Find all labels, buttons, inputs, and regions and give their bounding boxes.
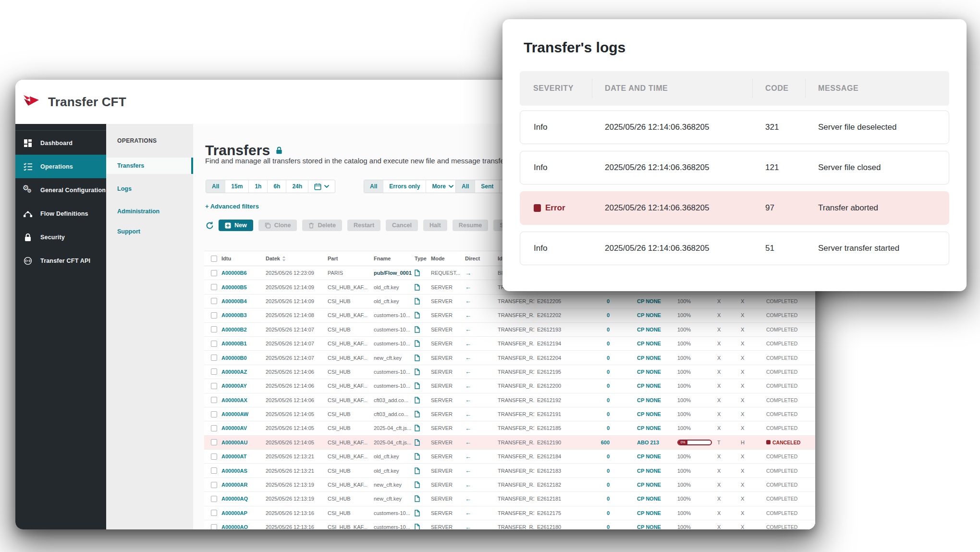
- sidebar-item-flow-definitions[interactable]: Flow Definitions: [15, 202, 106, 225]
- column-header-type[interactable]: Type: [412, 256, 428, 261]
- row-checkbox[interactable]: [211, 496, 217, 502]
- transfer-id-link[interactable]: A00000B3: [219, 312, 263, 318]
- restart-button[interactable]: Restart: [347, 220, 380, 231]
- column-header-idtu[interactable]: Idtu: [219, 256, 263, 261]
- advanced-filters-link[interactable]: + Advanced filters: [205, 203, 259, 210]
- row-checkbox[interactable]: [211, 439, 217, 445]
- row-checkbox[interactable]: [211, 454, 217, 460]
- direction-filter-all[interactable]: All: [456, 180, 475, 193]
- row-checkbox[interactable]: [211, 397, 217, 403]
- column-header-fname[interactable]: Fname: [371, 256, 412, 261]
- table-row[interactable]: A00000AQ 2025/05/26 12:13:19 CSI_HUB new…: [204, 492, 815, 506]
- status-filter-errors-only[interactable]: Errors only: [383, 180, 426, 193]
- transfer-id-link[interactable]: A00000AZ: [219, 369, 263, 375]
- column-header-datek[interactable]: Datek: [263, 256, 325, 261]
- direction-filter-sent[interactable]: Sent: [475, 180, 499, 193]
- time-filter-calendar[interactable]: [308, 180, 335, 193]
- row-checkbox[interactable]: [211, 355, 217, 361]
- row-checkbox[interactable]: [211, 467, 217, 474]
- log-row[interactable]: Info 2025/05/26 12:14:06.368205 321 Serv…: [520, 110, 949, 144]
- transfer-id-link[interactable]: A00000B5: [219, 284, 263, 290]
- transfer-id-link[interactable]: A00000AQ: [219, 496, 263, 502]
- column-header-part[interactable]: Part: [325, 256, 371, 261]
- transfer-id-link[interactable]: A00000B1: [219, 341, 263, 346]
- column-header-direct[interactable]: Direct: [462, 256, 495, 261]
- log-row[interactable]: Info 2025/05/26 12:14:06.368205 51 Serve…: [520, 232, 949, 265]
- transfer-id-link[interactable]: A00000AY: [219, 383, 263, 389]
- row-checkbox[interactable]: [211, 298, 217, 304]
- table-row[interactable]: A00000AT 2025/05/26 12:13:21 CSI_HUB_KAF…: [204, 450, 815, 464]
- row-checkbox[interactable]: [211, 425, 217, 431]
- delete-button[interactable]: Delete: [302, 220, 342, 231]
- table-row[interactable]: A00000AP 2025/05/26 12:13:16 CSI_HUB cus…: [204, 506, 815, 520]
- sidebar-item-dashboard[interactable]: Dashboard: [15, 131, 106, 155]
- table-row[interactable]: A00000AV 2025/05/26 12:14:05 CSI_HUB 202…: [204, 421, 815, 435]
- subnav-item-logs[interactable]: Logs: [106, 181, 193, 197]
- time-filter-6h[interactable]: 6h: [267, 180, 286, 193]
- transfer-id-link[interactable]: A00000AO: [219, 524, 263, 529]
- table-row[interactable]: A00000AR 2025/05/26 12:13:19 CSI_HUB_KAF…: [204, 478, 815, 492]
- row-checkbox[interactable]: [211, 270, 217, 276]
- datetime-cell: 2025/05/26 12:14:06.368205: [592, 163, 753, 172]
- time-filter-all[interactable]: All: [206, 180, 225, 193]
- new-button[interactable]: New: [219, 220, 253, 231]
- table-row[interactable]: A00000B0 2025/05/26 12:14:07 CSI_HUB_KAF…: [204, 351, 815, 365]
- code-cell: CP NONE: [610, 369, 674, 375]
- row-checkbox[interactable]: [211, 368, 217, 375]
- time-filter-1h[interactable]: 1h: [248, 180, 267, 193]
- sidebar-item-transfer-cft-api[interactable]: Transfer CFT API: [15, 249, 106, 272]
- row-checkbox[interactable]: [211, 411, 217, 417]
- row-checkbox[interactable]: [211, 284, 217, 290]
- row-checkbox[interactable]: [211, 510, 217, 516]
- table-row[interactable]: A00000B2 2025/05/26 12:14:07 CSI_HUB cus…: [204, 323, 815, 337]
- table-row[interactable]: A00000B1 2025/05/26 12:14:07 CSI_HUB_KAF…: [204, 337, 815, 351]
- table-row[interactable]: A00000AU 2025/05/26 12:14:05 CSI_HUB_KAF…: [204, 436, 815, 450]
- transfer-id-link[interactable]: A00000AV: [219, 425, 263, 431]
- transfer-id-link[interactable]: A00000B2: [219, 327, 263, 332]
- refresh-button[interactable]: [206, 221, 214, 230]
- transfer-id-link[interactable]: A00000AW: [219, 411, 263, 417]
- row-checkbox[interactable]: [211, 383, 217, 389]
- cancel-button[interactable]: Cancel: [386, 220, 418, 231]
- log-row[interactable]: Error 2025/05/26 12:14:06.368205 97 Tran…: [520, 191, 949, 225]
- row-checkbox[interactable]: [211, 312, 217, 319]
- subnav-item-administration[interactable]: Administration: [106, 203, 193, 220]
- log-row[interactable]: Info 2025/05/26 12:14:06.368205 121 Serv…: [520, 151, 949, 184]
- table-row[interactable]: A00000B4 2025/05/26 12:14:09 CSI_HUB old…: [204, 294, 815, 308]
- transfer-id-link[interactable]: A00000AT: [219, 454, 263, 459]
- status-filter-all[interactable]: All: [364, 180, 383, 193]
- resume-button[interactable]: Resume: [453, 220, 489, 231]
- transfer-id-link[interactable]: A00000AS: [219, 468, 263, 474]
- sidebar-item-general-configuration[interactable]: ⚙⚙ General Configuration: [15, 178, 106, 202]
- row-checkbox[interactable]: [211, 326, 217, 332]
- subnav-item-support[interactable]: Support: [106, 223, 193, 240]
- row-checkbox[interactable]: [211, 482, 217, 488]
- halt-button[interactable]: Halt: [423, 220, 447, 231]
- table-row[interactable]: A00000AW 2025/05/26 12:14:05 CSI_HUB cft…: [204, 407, 815, 421]
- table-row[interactable]: A00000AZ 2025/05/26 12:14:06 CSI_HUB cus…: [204, 365, 815, 379]
- table-row[interactable]: A00000B3 2025/05/26 12:14:08 CSI_HUB_KAF…: [204, 308, 815, 322]
- table-row[interactable]: A00000AY 2025/05/26 12:14:06 CSI_HUB_KAF…: [204, 379, 815, 393]
- transfer-id-link[interactable]: A00000AU: [219, 440, 263, 445]
- table-row[interactable]: A00000AO 2025/05/26 12:13:16 CSI_HUB_KAF…: [204, 520, 815, 529]
- transfer-id-link[interactable]: A00000AP: [219, 510, 263, 516]
- select-all-checkbox[interactable]: [211, 256, 217, 262]
- time-filter-15m[interactable]: 15m: [225, 180, 248, 193]
- fname-cell: 2025-04_cft.js...: [371, 425, 412, 431]
- table-row[interactable]: A00000AX 2025/05/26 12:14:06 CSI_HUB_KAF…: [204, 393, 815, 407]
- table-row[interactable]: A00000AS 2025/05/26 12:13:21 CSI_HUB old…: [204, 464, 815, 478]
- clone-button[interactable]: Clone: [258, 220, 297, 231]
- column-header-mode[interactable]: Mode: [428, 256, 462, 261]
- subnav-item-transfers[interactable]: Transfers: [106, 158, 193, 174]
- row-checkbox[interactable]: [211, 341, 217, 347]
- transfer-id-link[interactable]: A00000B6: [219, 270, 263, 276]
- sidebar-item-security[interactable]: Security: [15, 225, 106, 249]
- row-checkbox[interactable]: [211, 524, 217, 529]
- transfer-id-link[interactable]: A00000B0: [219, 355, 263, 361]
- transfer-id-link[interactable]: A00000AX: [219, 397, 263, 403]
- transfer-id-link[interactable]: A00000B4: [219, 298, 263, 304]
- transfer-id-link[interactable]: A00000AR: [219, 482, 263, 488]
- time-filter-24h[interactable]: 24h: [286, 180, 308, 193]
- sidebar-item-operations[interactable]: Operations: [15, 155, 106, 178]
- status-filter-more[interactable]: More: [426, 180, 459, 193]
